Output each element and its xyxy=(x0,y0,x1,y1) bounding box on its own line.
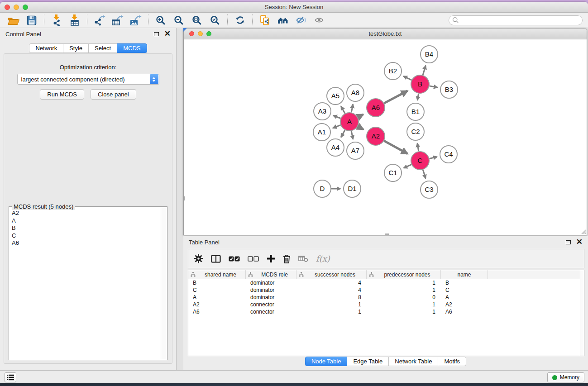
list-item[interactable]: A xyxy=(12,217,160,225)
graph-node-A6[interactable]: A6 xyxy=(367,99,385,117)
optimization-criterion-dropdown[interactable]: largest connected component (directed) xyxy=(17,74,159,85)
panel-grip-bottom[interactable] xyxy=(385,234,389,235)
delete-column-button[interactable] xyxy=(283,254,291,263)
open-session-button[interactable] xyxy=(5,14,23,27)
tab-mcds[interactable]: MCDS xyxy=(117,43,147,53)
run-mcds-button[interactable]: Run MCDS xyxy=(40,89,84,100)
mcds-result-list[interactable]: A2 A B C A6 xyxy=(10,210,160,359)
graph-node-A8[interactable]: A8 xyxy=(347,84,364,101)
hide-graphics-details-button[interactable] xyxy=(292,14,310,27)
dropdown-stepper-icon[interactable] xyxy=(150,74,158,84)
graph-edge-B-B3[interactable] xyxy=(430,86,438,87)
import-table-button[interactable] xyxy=(66,14,84,27)
graph-node-A[interactable]: A xyxy=(340,113,359,131)
graph-edge-A-A8[interactable] xyxy=(351,104,353,112)
minimize-window-button[interactable] xyxy=(14,5,19,10)
list-item[interactable]: C xyxy=(12,232,160,240)
graph-node-A3[interactable]: A3 xyxy=(314,103,331,120)
graph-node-B[interactable]: B xyxy=(411,75,429,93)
tab-network[interactable]: Network xyxy=(29,43,63,53)
graph-edge-A6-B[interactable] xyxy=(384,91,408,103)
select-all-button[interactable] xyxy=(229,256,240,262)
graph-node-A4[interactable]: A4 xyxy=(327,139,344,156)
graph-node-B3[interactable]: B3 xyxy=(440,81,458,98)
delete-table-button[interactable] xyxy=(298,255,308,262)
tab-network-table[interactable]: Network Table xyxy=(388,357,438,366)
search-input[interactable] xyxy=(459,17,582,24)
graph-node-A5[interactable]: A5 xyxy=(327,87,344,105)
column-header-predecessor-nodes[interactable]: predecessor nodes xyxy=(367,270,441,279)
zoom-fit-button[interactable] xyxy=(188,14,206,27)
function-builder-button[interactable]: f(x) xyxy=(316,254,330,263)
column-header-successor-nodes[interactable]: successor nodes xyxy=(296,270,367,279)
deselect-all-button[interactable] xyxy=(248,256,259,262)
table-row[interactable]: Adominator80A xyxy=(188,294,584,301)
graph-node-B4[interactable]: B4 xyxy=(421,46,438,63)
close-panel-icon[interactable]: ✕ xyxy=(164,32,171,36)
graph-node-B2[interactable]: B2 xyxy=(384,62,402,80)
show-graphics-details-button[interactable] xyxy=(310,14,328,27)
table-row[interactable]: Cdominator41C xyxy=(188,286,584,294)
column-header-shared-name[interactable]: shared name xyxy=(188,270,246,279)
zoom-window-button[interactable] xyxy=(23,5,28,10)
network-canvas[interactable]: B4B2BB3B1A5A8A6A3AA1A2C2A4A7C4CC1C3DD1 xyxy=(184,39,587,235)
float-panel-icon[interactable] xyxy=(566,240,571,244)
close-panel-button[interactable]: Close panel xyxy=(91,89,136,100)
graph-edge-A-A2[interactable] xyxy=(358,126,363,129)
table-row[interactable]: A2connector11A2 xyxy=(188,301,584,308)
graph-node-C4[interactable]: C4 xyxy=(440,146,457,163)
refresh-button[interactable] xyxy=(231,14,249,27)
tab-motifs[interactable]: Motifs xyxy=(438,357,466,366)
graph-edge-C-C4[interactable] xyxy=(429,157,437,159)
graph-node-A7[interactable]: A7 xyxy=(347,142,364,159)
list-item[interactable]: B xyxy=(12,224,160,232)
show-panels-menu-button[interactable] xyxy=(5,372,16,382)
tab-select[interactable]: Select xyxy=(88,43,117,53)
graph-node-C[interactable]: C xyxy=(411,152,429,170)
export-network-button[interactable] xyxy=(91,14,109,27)
graph-edge-A-A5[interactable] xyxy=(341,106,345,114)
graph-node-C3[interactable]: C3 xyxy=(421,181,438,198)
graph-edge-C-C1[interactable] xyxy=(404,165,411,168)
graph-edge-A-A4[interactable] xyxy=(341,130,345,137)
split-columns-button[interactable] xyxy=(211,255,221,263)
export-image-button[interactable] xyxy=(127,14,145,27)
graph-node-D1[interactable]: D1 xyxy=(344,180,361,197)
graph-edge-B-B2[interactable] xyxy=(403,76,411,80)
float-panel-icon[interactable] xyxy=(154,32,159,36)
home-button[interactable] xyxy=(274,14,292,27)
graph-node-D[interactable]: D xyxy=(314,180,331,197)
zoom-out-button[interactable] xyxy=(170,14,188,27)
export-table-button[interactable] xyxy=(109,14,127,27)
graph-edge-B-B1[interactable] xyxy=(417,94,418,100)
graph-edge-A2-C[interactable] xyxy=(384,141,407,154)
gear-button[interactable] xyxy=(194,254,203,263)
resize-grip-icon[interactable] xyxy=(580,229,586,234)
table-row[interactable]: A6connector11A6 xyxy=(188,308,584,315)
panel-grip-left[interactable] xyxy=(184,196,185,200)
graph-edge-C-C2[interactable] xyxy=(417,143,419,152)
graph-edge-A-A1[interactable] xyxy=(333,125,340,128)
tab-style[interactable]: Style xyxy=(63,43,89,53)
graph-edge-B-B4[interactable] xyxy=(423,66,425,75)
graph-edge-C-C3[interactable] xyxy=(423,170,425,178)
table-row[interactable]: Bdominator41B xyxy=(188,279,584,286)
graph-edge-A-A7[interactable] xyxy=(351,131,353,139)
tab-node-table[interactable]: Node Table xyxy=(305,357,348,366)
graph-edge-A-A6[interactable] xyxy=(358,114,363,117)
save-session-button[interactable] xyxy=(23,14,41,27)
list-item[interactable]: A2 xyxy=(12,210,160,217)
close-network-button[interactable] xyxy=(189,31,194,36)
result-scrollbar[interactable] xyxy=(161,208,166,359)
close-window-button[interactable] xyxy=(5,5,10,10)
column-header-MCDS-role[interactable]: MCDS role xyxy=(246,270,296,279)
memory-button[interactable]: Memory xyxy=(547,372,584,382)
graph-node-A1[interactable]: A1 xyxy=(313,124,330,141)
column-header-name[interactable]: name xyxy=(441,270,488,279)
graph-node-C1[interactable]: C1 xyxy=(384,164,402,181)
graph-edge-A-A3[interactable] xyxy=(333,115,340,118)
zoom-network-button[interactable] xyxy=(206,31,211,36)
list-item[interactable]: A6 xyxy=(12,239,160,247)
minimize-network-button[interactable] xyxy=(198,31,203,36)
close-panel-icon[interactable]: ✕ xyxy=(576,240,583,244)
